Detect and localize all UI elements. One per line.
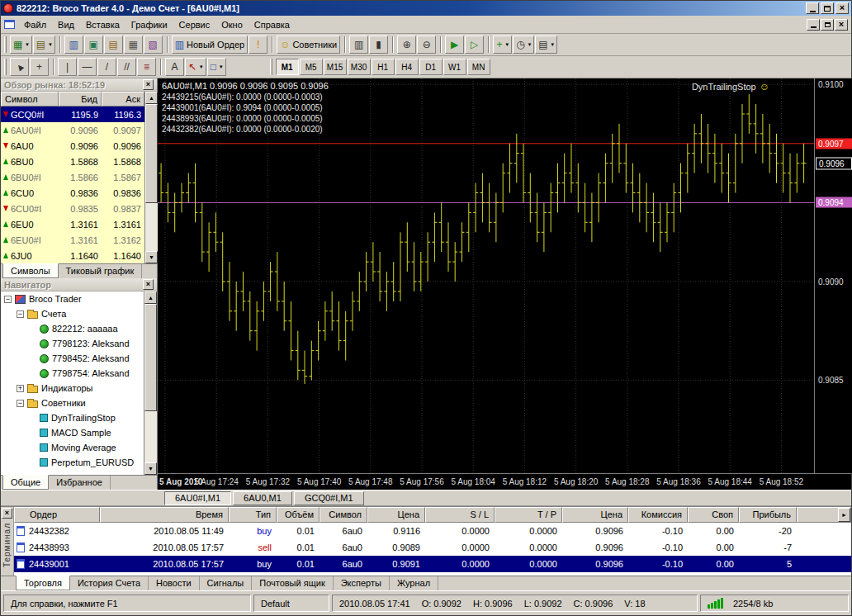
column-header-T / P[interactable]: T / P <box>495 507 562 523</box>
tab-Почтовый ящик[interactable]: Почтовый ящик <box>252 576 333 590</box>
profiles-button[interactable]: ▤▾ <box>33 36 55 54</box>
chart-plot-area[interactable]: 6AU0#I,M1 0.9096 0.9096 0.9095 0.9096 24… <box>158 78 814 473</box>
mdi-restore-button[interactable] <box>821 19 834 31</box>
chart-tab-GCQ0#I,M1[interactable]: GCQ0#I,M1 <box>294 491 364 505</box>
tab-Тиковый график[interactable]: Тиковый график <box>59 264 143 278</box>
templates-button[interactable]: ▤▾ <box>535 36 557 54</box>
market-watch-caption[interactable]: Обзор рынка: 18:52:19 × <box>1 78 157 92</box>
timeframe-M5-button[interactable]: M5 <box>300 59 323 75</box>
market-watch-row[interactable]: 6CU00.98360.9836 <box>1 185 144 201</box>
tree-item[interactable]: Perpetum_EURUSD <box>1 455 144 470</box>
price-scale[interactable]: 0.91000.90900.90850.90970.90960.9094 <box>814 78 852 473</box>
auto-scroll-button[interactable]: ▶ <box>445 36 464 54</box>
vertical-line-button[interactable]: | <box>58 58 77 76</box>
column-header-Символ[interactable]: Символ <box>320 507 367 523</box>
menu-Файл[interactable]: Файл <box>18 17 52 32</box>
column-header-Комиссия[interactable]: Комиссия <box>628 507 688 523</box>
column-header-Цена[interactable]: Цена <box>562 507 628 523</box>
tab-Избранное[interactable]: Избранное <box>49 476 111 490</box>
status-profile[interactable]: Default <box>253 595 329 612</box>
chart-candles-button[interactable]: ▮ <box>369 36 388 54</box>
timeframe-H4-button[interactable]: H4 <box>395 59 419 75</box>
timeframe-M1-button[interactable]: M1 <box>276 59 299 75</box>
market-watch-row[interactable]: 6EU0#I1.31611.3162 <box>1 232 144 248</box>
new-order-button[interactable]: ▥Новый Ордер <box>172 36 248 54</box>
scrollbar-thumb[interactable] <box>145 104 158 203</box>
navigator-caption[interactable]: Навигатор × <box>1 278 157 291</box>
zoom-in-button[interactable]: ⊕ <box>397 36 416 54</box>
tree-item[interactable]: MACD Sample <box>1 425 144 440</box>
close-button[interactable]: × <box>835 2 849 14</box>
equidistant-channel-button[interactable]: // <box>117 58 136 76</box>
tab-Общие[interactable]: Общие <box>2 475 49 490</box>
menu-Графики[interactable]: Графики <box>125 17 173 32</box>
time-axis[interactable]: 5 Aug 20105 Aug 17:245 Aug 17:325 Aug 17… <box>158 473 851 490</box>
terminal-close-button[interactable]: × <box>2 508 12 519</box>
tree-item[interactable]: 7798754: Aleksand <box>1 366 144 381</box>
tree-item[interactable]: −Счета <box>1 306 144 321</box>
scroll-right-button[interactable]: ► <box>838 508 850 522</box>
minimize-button[interactable] <box>806 2 819 14</box>
market-watch-row[interactable]: 6AU00.90960.9096 <box>1 138 144 154</box>
timeframe-M15-button[interactable]: M15 <box>324 59 347 75</box>
alert-button[interactable]: ! <box>248 36 267 54</box>
column-header-Прибыль[interactable]: Прибыль <box>739 507 797 523</box>
horizontal-line-button[interactable]: — <box>78 58 97 76</box>
market-watch-row[interactable]: 6EU01.31611.3161 <box>1 216 144 232</box>
market-watch-row[interactable]: 6BU0#I1.58661.5867 <box>1 169 144 185</box>
tab-Новости[interactable]: Новости <box>149 576 200 590</box>
market-watch-toggle-button[interactable]: ▥ <box>64 36 83 54</box>
tab-Символы[interactable]: Символы <box>2 263 59 278</box>
fibonacci-button[interactable]: ≡ <box>137 58 156 76</box>
tree-item[interactable]: 822212: aaaaaa <box>1 321 144 336</box>
collapse-icon[interactable]: − <box>17 310 24 318</box>
tab-Эксперты[interactable]: Эксперты <box>334 576 390 590</box>
new-chart-button[interactable]: ▦▾ <box>10 36 32 54</box>
tab-Торговля[interactable]: Торговля <box>16 576 70 590</box>
tab-История Счета[interactable]: История Счета <box>70 576 149 590</box>
scroll-up-icon[interactable]: ▲ <box>144 291 157 304</box>
order-row[interactable]: 244323822010.08.05 11:49buy0.016au00.911… <box>14 523 851 539</box>
strategy-tester-toggle-button[interactable]: ▧ <box>144 36 163 54</box>
column-header-Объём[interactable]: Объём <box>277 507 320 523</box>
order-row[interactable]: 244390012010.08.05 17:57buy0.016au00.909… <box>14 556 851 572</box>
expand-icon[interactable]: + <box>17 385 24 392</box>
navigator-close-button[interactable]: × <box>143 279 154 290</box>
market-watch-row[interactable]: 6CU0#I0.98350.9837 <box>1 201 144 216</box>
menu-Окно[interactable]: Окно <box>215 17 248 32</box>
tree-item[interactable]: Moving Average <box>1 440 144 455</box>
timeframe-D1-button[interactable]: D1 <box>419 59 443 75</box>
scroll-down-icon[interactable]: ▼ <box>144 462 157 475</box>
title-bar[interactable]: 822212: Broco Trader 4.0 - Демо Счет - [… <box>1 1 851 16</box>
column-header-Ордер[interactable]: Ордер <box>14 507 100 523</box>
column-header-Тип[interactable]: Тип <box>229 507 277 523</box>
menu-Справка[interactable]: Справка <box>248 17 296 32</box>
mdi-close-button[interactable]: × <box>835 19 848 31</box>
timeframe-H1-button[interactable]: H1 <box>372 59 395 75</box>
market-watch-row[interactable]: 6AU0#I0.90960.9097 <box>1 122 144 138</box>
tree-item[interactable]: −Broco Trader <box>1 291 144 306</box>
market-watch-row[interactable]: 6JU01.16401.1640 <box>1 248 144 263</box>
indicators-button[interactable]: +▾ <box>493 36 512 54</box>
crosshair-button[interactable]: + <box>30 58 49 76</box>
navigator-scrollbar[interactable]: ▲ ▼ <box>144 291 157 475</box>
timeframe-M30-button[interactable]: M30 <box>348 59 371 75</box>
tab-Журнал[interactable]: Журнал <box>390 576 438 590</box>
mdi-minimize-button[interactable] <box>807 19 820 31</box>
terminal-toggle-button[interactable]: ▦ <box>124 36 143 54</box>
tree-item[interactable]: −Советники <box>1 396 144 410</box>
tree-item[interactable]: DynTrailingStop <box>1 410 144 425</box>
tree-item[interactable]: 7798452: Aleksand <box>1 351 144 366</box>
maximize-button[interactable] <box>821 2 834 14</box>
chart-tab-6AU0,M1[interactable]: 6AU0,M1 <box>233 491 292 505</box>
chart-tab-6AU0#I,M1[interactable]: 6AU0#I,M1 <box>164 491 231 505</box>
menu-Сервис[interactable]: Сервис <box>173 17 216 32</box>
column-header-S / L[interactable]: S / L <box>425 507 495 523</box>
market-watch-row[interactable]: GCQ0#I1195.91196.3 <box>1 107 144 122</box>
zoom-out-button[interactable]: ⊖ <box>417 36 436 54</box>
column-header-Цена[interactable]: Цена <box>367 507 425 523</box>
shapes-button[interactable]: □▾ <box>207 58 226 76</box>
timeframe-W1-button[interactable]: W1 <box>443 59 466 75</box>
column-header-Символ[interactable]: Символ <box>1 92 59 107</box>
expert-advisor-label[interactable]: DynTrailingStop ☺ <box>692 81 769 92</box>
